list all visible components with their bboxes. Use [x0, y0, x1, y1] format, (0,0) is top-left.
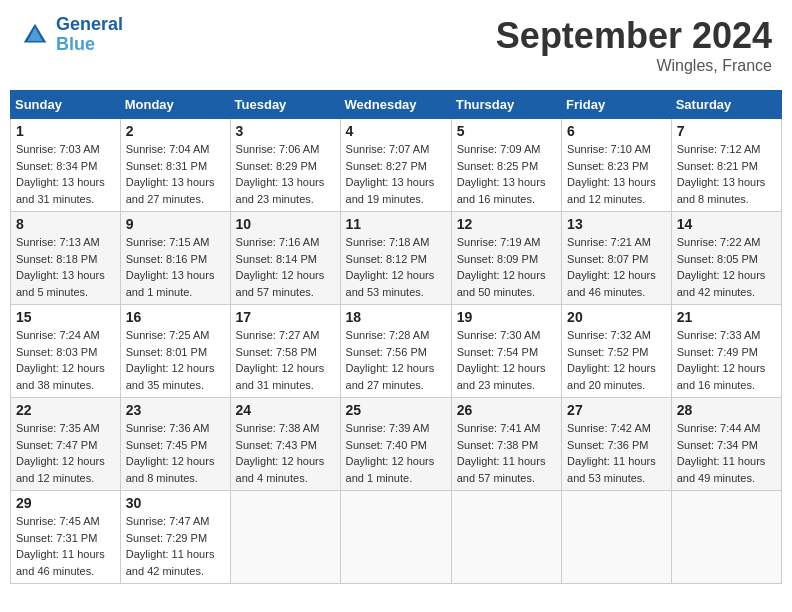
day-number: 21	[677, 309, 776, 325]
day-info: Sunrise: 7:41 AM Sunset: 7:38 PM Dayligh…	[457, 420, 556, 486]
day-number: 22	[16, 402, 115, 418]
month-title: September 2024	[496, 15, 772, 57]
calendar-cell: 9 Sunrise: 7:15 AM Sunset: 8:16 PM Dayli…	[120, 212, 230, 305]
calendar-cell	[451, 491, 561, 584]
calendar-cell: 20 Sunrise: 7:32 AM Sunset: 7:52 PM Dayl…	[562, 305, 672, 398]
day-number: 20	[567, 309, 666, 325]
day-number: 11	[346, 216, 446, 232]
column-header-saturday: Saturday	[671, 91, 781, 119]
day-number: 15	[16, 309, 115, 325]
day-info: Sunrise: 7:04 AM Sunset: 8:31 PM Dayligh…	[126, 141, 225, 207]
day-number: 17	[236, 309, 335, 325]
logo-text: General Blue	[56, 15, 123, 55]
day-number: 7	[677, 123, 776, 139]
calendar-cell: 26 Sunrise: 7:41 AM Sunset: 7:38 PM Dayl…	[451, 398, 561, 491]
day-number: 24	[236, 402, 335, 418]
calendar-table: SundayMondayTuesdayWednesdayThursdayFrid…	[10, 90, 782, 584]
day-number: 28	[677, 402, 776, 418]
calendar-cell: 16 Sunrise: 7:25 AM Sunset: 8:01 PM Dayl…	[120, 305, 230, 398]
week-row-4: 22 Sunrise: 7:35 AM Sunset: 7:47 PM Dayl…	[11, 398, 782, 491]
week-row-3: 15 Sunrise: 7:24 AM Sunset: 8:03 PM Dayl…	[11, 305, 782, 398]
day-info: Sunrise: 7:12 AM Sunset: 8:21 PM Dayligh…	[677, 141, 776, 207]
day-info: Sunrise: 7:39 AM Sunset: 7:40 PM Dayligh…	[346, 420, 446, 486]
column-header-sunday: Sunday	[11, 91, 121, 119]
day-info: Sunrise: 7:36 AM Sunset: 7:45 PM Dayligh…	[126, 420, 225, 486]
day-info: Sunrise: 7:09 AM Sunset: 8:25 PM Dayligh…	[457, 141, 556, 207]
calendar-cell: 24 Sunrise: 7:38 AM Sunset: 7:43 PM Dayl…	[230, 398, 340, 491]
day-number: 12	[457, 216, 556, 232]
calendar-cell: 10 Sunrise: 7:16 AM Sunset: 8:14 PM Dayl…	[230, 212, 340, 305]
calendar-cell: 6 Sunrise: 7:10 AM Sunset: 8:23 PM Dayli…	[562, 119, 672, 212]
day-number: 13	[567, 216, 666, 232]
day-info: Sunrise: 7:42 AM Sunset: 7:36 PM Dayligh…	[567, 420, 666, 486]
day-number: 14	[677, 216, 776, 232]
day-number: 6	[567, 123, 666, 139]
day-info: Sunrise: 7:18 AM Sunset: 8:12 PM Dayligh…	[346, 234, 446, 300]
calendar-cell: 27 Sunrise: 7:42 AM Sunset: 7:36 PM Dayl…	[562, 398, 672, 491]
week-row-5: 29 Sunrise: 7:45 AM Sunset: 7:31 PM Dayl…	[11, 491, 782, 584]
calendar-cell: 5 Sunrise: 7:09 AM Sunset: 8:25 PM Dayli…	[451, 119, 561, 212]
day-info: Sunrise: 7:03 AM Sunset: 8:34 PM Dayligh…	[16, 141, 115, 207]
calendar-cell: 1 Sunrise: 7:03 AM Sunset: 8:34 PM Dayli…	[11, 119, 121, 212]
day-number: 3	[236, 123, 335, 139]
day-info: Sunrise: 7:16 AM Sunset: 8:14 PM Dayligh…	[236, 234, 335, 300]
calendar-cell: 17 Sunrise: 7:27 AM Sunset: 7:58 PM Dayl…	[230, 305, 340, 398]
column-header-wednesday: Wednesday	[340, 91, 451, 119]
day-info: Sunrise: 7:44 AM Sunset: 7:34 PM Dayligh…	[677, 420, 776, 486]
day-number: 9	[126, 216, 225, 232]
calendar-cell: 29 Sunrise: 7:45 AM Sunset: 7:31 PM Dayl…	[11, 491, 121, 584]
calendar-cell: 19 Sunrise: 7:30 AM Sunset: 7:54 PM Dayl…	[451, 305, 561, 398]
day-info: Sunrise: 7:25 AM Sunset: 8:01 PM Dayligh…	[126, 327, 225, 393]
calendar-cell	[230, 491, 340, 584]
day-info: Sunrise: 7:22 AM Sunset: 8:05 PM Dayligh…	[677, 234, 776, 300]
week-row-1: 1 Sunrise: 7:03 AM Sunset: 8:34 PM Dayli…	[11, 119, 782, 212]
calendar-cell: 28 Sunrise: 7:44 AM Sunset: 7:34 PM Dayl…	[671, 398, 781, 491]
column-header-tuesday: Tuesday	[230, 91, 340, 119]
day-info: Sunrise: 7:28 AM Sunset: 7:56 PM Dayligh…	[346, 327, 446, 393]
day-number: 4	[346, 123, 446, 139]
day-number: 25	[346, 402, 446, 418]
header-row: SundayMondayTuesdayWednesdayThursdayFrid…	[11, 91, 782, 119]
day-number: 18	[346, 309, 446, 325]
day-info: Sunrise: 7:13 AM Sunset: 8:18 PM Dayligh…	[16, 234, 115, 300]
day-number: 27	[567, 402, 666, 418]
day-number: 10	[236, 216, 335, 232]
title-area: September 2024 Wingles, France	[496, 15, 772, 75]
calendar-cell: 23 Sunrise: 7:36 AM Sunset: 7:45 PM Dayl…	[120, 398, 230, 491]
calendar-cell: 18 Sunrise: 7:28 AM Sunset: 7:56 PM Dayl…	[340, 305, 451, 398]
day-number: 29	[16, 495, 115, 511]
day-number: 5	[457, 123, 556, 139]
day-number: 19	[457, 309, 556, 325]
day-info: Sunrise: 7:15 AM Sunset: 8:16 PM Dayligh…	[126, 234, 225, 300]
week-row-2: 8 Sunrise: 7:13 AM Sunset: 8:18 PM Dayli…	[11, 212, 782, 305]
calendar-cell: 25 Sunrise: 7:39 AM Sunset: 7:40 PM Dayl…	[340, 398, 451, 491]
day-number: 23	[126, 402, 225, 418]
calendar-cell: 7 Sunrise: 7:12 AM Sunset: 8:21 PM Dayli…	[671, 119, 781, 212]
calendar-cell: 11 Sunrise: 7:18 AM Sunset: 8:12 PM Dayl…	[340, 212, 451, 305]
day-info: Sunrise: 7:19 AM Sunset: 8:09 PM Dayligh…	[457, 234, 556, 300]
page-header: General Blue September 2024 Wingles, Fra…	[10, 10, 782, 80]
day-number: 1	[16, 123, 115, 139]
day-info: Sunrise: 7:21 AM Sunset: 8:07 PM Dayligh…	[567, 234, 666, 300]
calendar-cell: 12 Sunrise: 7:19 AM Sunset: 8:09 PM Dayl…	[451, 212, 561, 305]
day-info: Sunrise: 7:06 AM Sunset: 8:29 PM Dayligh…	[236, 141, 335, 207]
calendar-cell	[562, 491, 672, 584]
day-number: 26	[457, 402, 556, 418]
day-number: 2	[126, 123, 225, 139]
calendar-cell: 2 Sunrise: 7:04 AM Sunset: 8:31 PM Dayli…	[120, 119, 230, 212]
day-info: Sunrise: 7:38 AM Sunset: 7:43 PM Dayligh…	[236, 420, 335, 486]
calendar-cell: 30 Sunrise: 7:47 AM Sunset: 7:29 PM Dayl…	[120, 491, 230, 584]
calendar-cell: 15 Sunrise: 7:24 AM Sunset: 8:03 PM Dayl…	[11, 305, 121, 398]
column-header-monday: Monday	[120, 91, 230, 119]
day-info: Sunrise: 7:07 AM Sunset: 8:27 PM Dayligh…	[346, 141, 446, 207]
calendar-cell: 21 Sunrise: 7:33 AM Sunset: 7:49 PM Dayl…	[671, 305, 781, 398]
day-info: Sunrise: 7:27 AM Sunset: 7:58 PM Dayligh…	[236, 327, 335, 393]
day-number: 30	[126, 495, 225, 511]
day-info: Sunrise: 7:35 AM Sunset: 7:47 PM Dayligh…	[16, 420, 115, 486]
day-info: Sunrise: 7:10 AM Sunset: 8:23 PM Dayligh…	[567, 141, 666, 207]
calendar-cell: 22 Sunrise: 7:35 AM Sunset: 7:47 PM Dayl…	[11, 398, 121, 491]
calendar-cell	[340, 491, 451, 584]
calendar-cell: 3 Sunrise: 7:06 AM Sunset: 8:29 PM Dayli…	[230, 119, 340, 212]
column-header-thursday: Thursday	[451, 91, 561, 119]
day-number: 16	[126, 309, 225, 325]
